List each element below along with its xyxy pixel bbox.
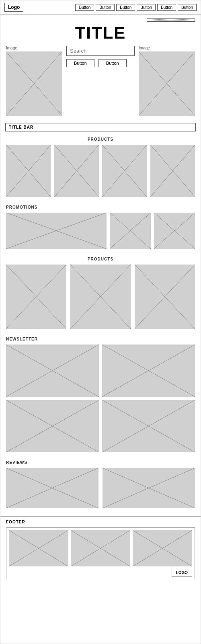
svg-line-43 [133,530,192,566]
footer-image-1 [9,530,68,566]
svg-line-30 [6,400,99,452]
svg-line-11 [102,145,147,197]
review-image-2 [103,468,195,508]
svg-line-21 [6,265,66,329]
products-section-1: PRODUCTS [0,133,201,201]
nav-buttons: Button Button Button Button Button Butto… [75,4,197,11]
reviews-section: REVIEWS [0,456,201,512]
footer-section: FOOTER LOGO [0,516,201,585]
footer-logo: LOGO [172,569,192,576]
nav-button-5[interactable]: Button [157,4,176,11]
svg-line-29 [102,345,195,397]
svg-line-36 [103,468,195,508]
svg-line-22 [70,265,131,329]
svg-line-1 [147,19,195,21]
svg-line-35 [6,468,98,508]
footer-content: LOGO [6,527,195,579]
svg-line-14 [6,213,107,249]
footer-bottom: LOGO [9,569,192,576]
review-image-1 [6,468,98,508]
search-input[interactable] [66,46,135,56]
nav-button-4[interactable]: Button [137,4,156,11]
newsletter-section: NEWSLETTER [0,333,201,456]
product-image-3 [102,145,147,197]
product2-image-1 [6,265,66,329]
hero-content: Image Button Button Image [6,46,195,116]
hero-left-label: Image [6,46,62,50]
svg-line-34 [6,468,98,508]
products-1-label: PRODUCTS [6,137,195,142]
svg-line-10 [102,145,147,197]
newsletter-image-1 [6,345,99,397]
svg-line-4 [139,51,195,116]
footer-images [9,530,192,566]
title-bar: TITLE BAR [5,123,196,131]
product-image-1 [6,145,51,197]
hero-right-image-area: Image [139,46,195,116]
svg-line-37 [103,468,195,508]
svg-line-31 [6,400,99,452]
svg-line-38 [9,530,68,566]
svg-line-20 [6,265,66,329]
promotions-row [6,213,195,249]
svg-line-40 [71,530,130,566]
svg-line-13 [150,145,195,197]
svg-line-39 [9,530,68,566]
svg-line-0 [147,19,195,21]
nav-button-2[interactable]: Button [96,4,115,11]
hero-center: Button Button [66,46,135,67]
svg-line-3 [6,51,62,116]
hero-left-image [6,51,62,116]
newsletter-row-1 [6,345,195,397]
hero-title: TITLE [6,23,195,43]
svg-line-26 [6,345,99,397]
svg-line-24 [135,265,195,329]
svg-line-2 [6,51,62,116]
svg-line-16 [110,213,151,249]
product-image-2 [54,145,99,197]
svg-line-28 [102,345,195,397]
promotions-section: PROMOTIONS [0,201,201,253]
svg-line-27 [6,345,99,397]
newsletter-image-4 [102,400,195,452]
svg-line-15 [6,213,107,249]
svg-line-42 [133,530,192,566]
products-1-grid [6,145,195,197]
hero-top-button-placeholder [147,18,195,22]
hero-right-label: Image [139,46,195,50]
svg-line-17 [110,213,151,249]
hero-button-2[interactable]: Button [98,59,127,67]
svg-line-5 [139,51,195,116]
svg-line-9 [54,145,99,197]
promotions-label: PROMOTIONS [6,205,195,209]
navigation: Logo Button Button Button Button Button … [0,0,201,14]
hero-section: TITLE Image Button Button Image [0,14,201,121]
svg-line-32 [102,400,195,452]
promo-image-small-1 [110,213,151,249]
svg-line-18 [154,213,195,249]
nav-button-6[interactable]: Button [178,4,197,11]
svg-line-23 [70,265,131,329]
hero-button-1[interactable]: Button [66,59,94,67]
footer-image-3 [133,530,192,566]
newsletter-grid [6,345,195,452]
promo-image-wide [6,213,107,249]
product2-image-2 [70,265,131,329]
nav-button-1[interactable]: Button [75,4,94,11]
product2-image-3 [135,265,195,329]
newsletter-row-2 [6,400,195,452]
newsletter-image-3 [6,400,99,452]
promo-image-small-2 [154,213,195,249]
products-section-2: PRODUCTS [0,253,201,333]
newsletter-image-2 [102,345,195,397]
reviews-label: REVIEWS [6,460,195,465]
hero-buttons: Button Button [66,59,135,67]
products-2-label: PRODUCTS [6,257,195,261]
hero-top-right [6,18,195,22]
nav-button-3[interactable]: Button [116,4,135,11]
products-2-grid [6,265,195,329]
reviews-row [6,468,195,508]
footer-label: FOOTER [6,520,195,524]
promo-small-group [110,213,195,249]
svg-line-41 [71,530,130,566]
